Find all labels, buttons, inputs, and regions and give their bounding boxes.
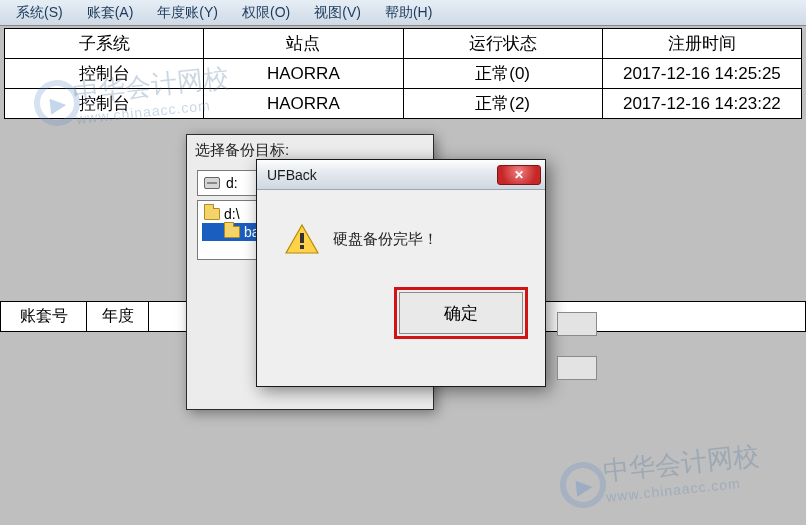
sessions-table: 子系统 站点 运行状态 注册时间 控制台 HAORRA 正常(0) 2017-1… (4, 28, 802, 119)
col-regtime: 注册时间 (602, 29, 801, 59)
col-ledger-no: 账套号 (1, 302, 87, 332)
menu-bar: 系统(S) 账套(A) 年度账(Y) 权限(O) 视图(V) 帮助(H) (0, 0, 806, 26)
drive-label: d: (226, 175, 238, 191)
drive-icon (204, 177, 220, 189)
close-icon: ✕ (514, 168, 524, 182)
cell-subsystem: 控制台 (5, 89, 204, 119)
close-button[interactable]: ✕ (497, 165, 541, 185)
hidden-button-2[interactable] (557, 356, 597, 380)
cell-site: HAORRA (204, 89, 403, 119)
dialog-message: 硬盘备份完毕！ (333, 230, 438, 249)
menu-system[interactable]: 系统(S) (6, 1, 73, 25)
cell-regtime: 2017-12-16 14:25:25 (602, 59, 801, 89)
cell-status: 正常(2) (403, 89, 602, 119)
tree-root-label: d:\ (224, 206, 240, 222)
cell-subsystem: 控制台 (5, 59, 204, 89)
ok-button[interactable]: 确定 (399, 292, 523, 334)
col-subsystem: 子系统 (5, 29, 204, 59)
menu-help[interactable]: 帮助(H) (375, 1, 442, 25)
cell-regtime: 2017-12-16 14:23:22 (602, 89, 801, 119)
table-header-row: 子系统 站点 运行状态 注册时间 (5, 29, 802, 59)
folder-open-icon (204, 208, 220, 220)
col-site: 站点 (204, 29, 403, 59)
folder-open-icon (224, 226, 240, 238)
ufback-dialog: UFBack ✕ 硬盘备份完毕！ 确定 (256, 159, 546, 387)
dialog-titlebar[interactable]: UFBack ✕ (257, 160, 545, 190)
svg-rect-2 (300, 245, 304, 249)
dialog-title: UFBack (267, 167, 497, 183)
menu-ledger[interactable]: 账套(A) (77, 1, 144, 25)
menu-yearly[interactable]: 年度账(Y) (147, 1, 228, 25)
hidden-button-1[interactable] (557, 312, 597, 336)
menu-perm[interactable]: 权限(O) (232, 1, 300, 25)
warning-icon (285, 224, 319, 254)
table-row[interactable]: 控制台 HAORRA 正常(0) 2017-12-16 14:25:25 (5, 59, 802, 89)
col-year: 年度 (87, 302, 149, 332)
menu-view[interactable]: 视图(V) (304, 1, 371, 25)
svg-rect-1 (300, 233, 304, 243)
col-status: 运行状态 (403, 29, 602, 59)
table-row[interactable]: 控制台 HAORRA 正常(2) 2017-12-16 14:23:22 (5, 89, 802, 119)
cell-site: HAORRA (204, 59, 403, 89)
cell-status: 正常(0) (403, 59, 602, 89)
